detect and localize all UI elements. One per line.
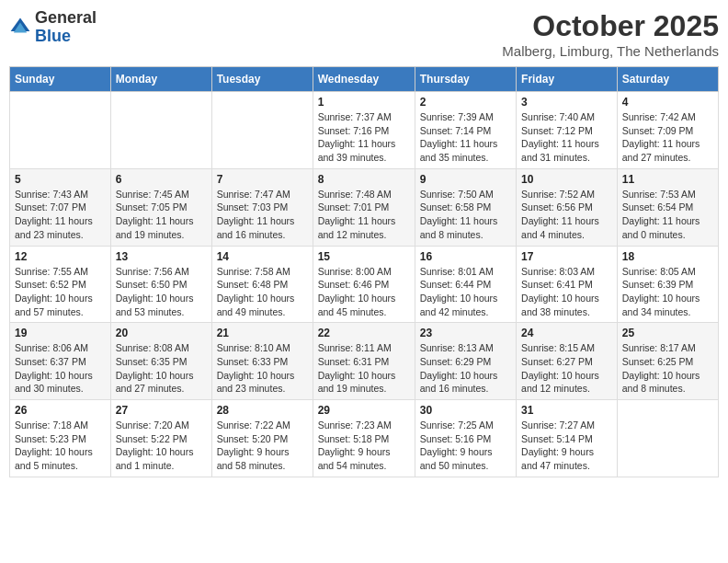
day-info: Sunrise: 7:48 AMSunset: 7:01 PMDaylight:… [318,188,410,242]
logo-general: General [35,8,97,27]
table-cell: 20Sunrise: 8:08 AMSunset: 6:35 PMDayligh… [110,323,211,400]
day-info: Sunrise: 7:39 AMSunset: 7:14 PMDaylight:… [420,110,511,165]
day-number: 17 [521,250,612,263]
day-number: 11 [622,173,713,186]
page-container: General Blue October 2025 Malberg, Limbu… [9,9,719,477]
day-info: Sunrise: 8:00 AMSunset: 6:46 PMDaylight:… [318,265,410,319]
day-number: 5 [15,173,106,186]
table-cell: 12Sunrise: 7:55 AMSunset: 6:52 PMDayligh… [10,246,111,323]
day-number: 23 [420,327,511,339]
day-info: Sunrise: 7:52 AMSunset: 6:56 PMDaylight:… [521,188,612,242]
day-info: Sunrise: 7:58 AMSunset: 6:48 PMDaylight:… [217,265,308,319]
day-info: Sunrise: 8:11 AMSunset: 6:31 PMDaylight:… [318,341,410,396]
table-cell: 24Sunrise: 8:15 AMSunset: 6:27 PMDayligh… [517,323,618,400]
table-cell: 27Sunrise: 7:20 AMSunset: 5:22 PMDayligh… [110,400,211,477]
day-number: 26 [15,404,106,417]
day-number: 2 [420,96,511,109]
table-cell: 30Sunrise: 7:25 AMSunset: 5:16 PMDayligh… [415,400,516,477]
table-cell: 19Sunrise: 8:06 AMSunset: 6:37 PMDayligh… [10,323,111,400]
day-info: Sunrise: 8:10 AMSunset: 6:33 PMDaylight:… [217,341,308,396]
day-info: Sunrise: 7:25 AMSunset: 5:16 PMDaylight:… [420,419,511,473]
logo-blue: Blue [35,27,71,45]
calendar-table: Sunday Monday Tuesday Wednesday Thursday… [9,66,719,477]
logo-text: General Blue [35,9,97,46]
table-cell [211,92,313,169]
day-number: 12 [15,250,106,263]
day-number: 10 [521,173,612,186]
table-cell: 17Sunrise: 8:03 AMSunset: 6:41 PMDayligh… [517,246,618,323]
day-info: Sunrise: 8:06 AMSunset: 6:37 PMDaylight:… [15,341,106,396]
calendar-week-4: 19Sunrise: 8:06 AMSunset: 6:37 PMDayligh… [10,323,719,400]
day-info: Sunrise: 7:40 AMSunset: 7:12 PMDaylight:… [521,110,612,165]
day-info: Sunrise: 7:27 AMSunset: 5:14 PMDaylight:… [521,419,612,473]
table-cell: 26Sunrise: 7:18 AMSunset: 5:23 PMDayligh… [10,400,111,477]
title-section: October 2025 Malberg, Limburg, The Nethe… [502,9,719,59]
day-info: Sunrise: 7:55 AMSunset: 6:52 PMDaylight:… [15,265,106,319]
day-info: Sunrise: 7:42 AMSunset: 7:09 PMDaylight:… [622,110,713,165]
header: General Blue October 2025 Malberg, Limbu… [9,9,719,59]
table-cell [10,92,111,169]
month-year: October 2025 [502,9,719,43]
header-monday: Monday [110,67,211,92]
day-info: Sunrise: 7:56 AMSunset: 6:50 PMDaylight:… [116,265,207,319]
day-number: 22 [318,327,410,339]
day-number: 18 [622,250,713,263]
table-cell: 13Sunrise: 7:56 AMSunset: 6:50 PMDayligh… [110,246,211,323]
day-number: 19 [15,327,106,339]
calendar-week-3: 12Sunrise: 7:55 AMSunset: 6:52 PMDayligh… [10,246,719,323]
header-sunday: Sunday [10,67,111,92]
table-cell: 16Sunrise: 8:01 AMSunset: 6:44 PMDayligh… [415,246,516,323]
location: Malberg, Limburg, The Netherlands [502,43,719,59]
table-cell: 31Sunrise: 7:27 AMSunset: 5:14 PMDayligh… [517,400,618,477]
table-cell: 21Sunrise: 8:10 AMSunset: 6:33 PMDayligh… [211,323,313,400]
day-info: Sunrise: 8:15 AMSunset: 6:27 PMDaylight:… [521,341,612,396]
table-cell: 3Sunrise: 7:40 AMSunset: 7:12 PMDaylight… [517,92,618,169]
day-number: 7 [217,173,308,186]
table-cell: 5Sunrise: 7:43 AMSunset: 7:07 PMDaylight… [10,168,111,246]
day-info: Sunrise: 8:05 AMSunset: 6:39 PMDaylight:… [622,265,713,319]
table-cell: 8Sunrise: 7:48 AMSunset: 7:01 PMDaylight… [313,168,415,246]
table-cell: 4Sunrise: 7:42 AMSunset: 7:09 PMDaylight… [617,92,718,169]
day-number: 15 [318,250,410,263]
day-info: Sunrise: 7:45 AMSunset: 7:05 PMDaylight:… [116,188,207,242]
table-cell: 7Sunrise: 7:47 AMSunset: 7:03 PMDaylight… [211,168,313,246]
day-number: 6 [116,173,207,186]
calendar-header-row: Sunday Monday Tuesday Wednesday Thursday… [10,67,719,92]
day-number: 16 [420,250,511,263]
day-info: Sunrise: 8:08 AMSunset: 6:35 PMDaylight:… [116,341,207,396]
day-number: 14 [217,250,308,263]
day-info: Sunrise: 7:47 AMSunset: 7:03 PMDaylight:… [217,188,308,242]
day-info: Sunrise: 8:17 AMSunset: 6:25 PMDaylight:… [622,341,713,396]
day-info: Sunrise: 7:43 AMSunset: 7:07 PMDaylight:… [15,188,106,242]
day-number: 13 [116,250,207,263]
calendar-week-2: 5Sunrise: 7:43 AMSunset: 7:07 PMDaylight… [10,168,719,246]
header-friday: Friday [517,67,618,92]
table-cell [110,92,211,169]
header-saturday: Saturday [617,67,718,92]
day-number: 21 [217,327,308,339]
table-cell: 23Sunrise: 8:13 AMSunset: 6:29 PMDayligh… [415,323,516,400]
day-number: 30 [420,404,511,417]
table-cell: 1Sunrise: 7:37 AMSunset: 7:16 PMDaylight… [313,92,415,169]
header-tuesday: Tuesday [211,67,313,92]
day-number: 8 [318,173,410,186]
day-number: 28 [217,404,308,417]
table-cell: 6Sunrise: 7:45 AMSunset: 7:05 PMDaylight… [110,168,211,246]
table-cell: 18Sunrise: 8:05 AMSunset: 6:39 PMDayligh… [617,246,718,323]
calendar-week-5: 26Sunrise: 7:18 AMSunset: 5:23 PMDayligh… [10,400,719,477]
day-number: 25 [622,327,713,339]
day-info: Sunrise: 7:18 AMSunset: 5:23 PMDaylight:… [15,419,106,473]
table-cell: 10Sunrise: 7:52 AMSunset: 6:56 PMDayligh… [517,168,618,246]
table-cell [617,400,718,477]
table-cell: 9Sunrise: 7:50 AMSunset: 6:58 PMDaylight… [415,168,516,246]
day-info: Sunrise: 7:20 AMSunset: 5:22 PMDaylight:… [116,419,207,473]
day-number: 1 [318,96,410,109]
day-number: 20 [116,327,207,339]
day-info: Sunrise: 8:03 AMSunset: 6:41 PMDaylight:… [521,265,612,319]
day-number: 3 [521,96,612,109]
day-info: Sunrise: 7:37 AMSunset: 7:16 PMDaylight:… [318,110,410,165]
day-number: 4 [622,96,713,109]
day-info: Sunrise: 7:22 AMSunset: 5:20 PMDaylight:… [217,419,308,473]
day-number: 31 [521,404,612,417]
day-info: Sunrise: 7:50 AMSunset: 6:58 PMDaylight:… [420,188,511,242]
